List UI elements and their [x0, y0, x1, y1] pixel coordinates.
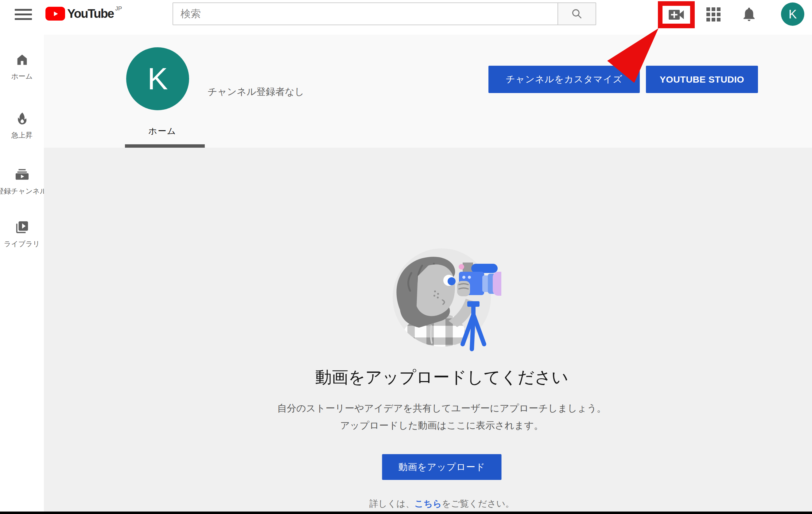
menu-button[interactable] — [15, 9, 32, 20]
upload-video-button[interactable] — [668, 8, 685, 21]
sidebar: ホーム 急上昇 登録チャンネル ライブラリ — [0, 35, 44, 512]
search-icon — [571, 8, 583, 20]
channel-content: 動画をアップロードしてください 自分のストーリーやアイデアを共有してユーザーにア… — [44, 148, 812, 512]
youtube-logo-text: YouTube — [67, 6, 114, 21]
youtube-logo[interactable]: YouTube JP — [46, 6, 122, 21]
customize-channel-button[interactable]: チャンネルをカスタマイズ — [488, 66, 640, 93]
empty-state-description-line1: 自分のストーリーやアイデアを共有してユーザーにアプローチしましょう。 — [277, 402, 606, 415]
youtube-play-icon — [46, 7, 65, 21]
help-text-prefix: 詳しくは、 — [369, 498, 414, 509]
search-bar — [173, 2, 596, 25]
logo-region-label: JP — [115, 5, 122, 11]
empty-state-title: 動画をアップロードしてください — [315, 366, 568, 389]
library-icon — [15, 220, 29, 234]
channel-header: K チャンネル登録者なし チャンネルをカスタマイズ YOUTUBE STUDIO… — [44, 35, 812, 148]
annotation-red-box — [658, 1, 695, 28]
youtube-studio-button[interactable]: YOUTUBE STUDIO — [646, 66, 758, 93]
subscriber-status: チャンネル登録者なし — [207, 85, 304, 98]
sidebar-item-home[interactable]: ホーム — [0, 53, 44, 81]
upload-illustration — [382, 236, 501, 355]
home-icon — [15, 53, 29, 67]
sidebar-item-subscriptions[interactable]: 登録チャンネル — [0, 167, 44, 196]
hamburger-icon — [15, 9, 32, 11]
help-text-suffix: をご覧ください。 — [442, 498, 514, 509]
search-input[interactable] — [173, 2, 558, 25]
youtube-channel-page: YouTube JP — [0, 0, 812, 514]
help-text: 詳しくは、こちらをご覧ください。 — [369, 498, 514, 510]
search-button[interactable] — [557, 2, 596, 25]
bottom-black-bar — [0, 512, 812, 514]
apps-grid-icon — [706, 7, 710, 11]
sidebar-item-trending[interactable]: 急上昇 — [0, 111, 44, 140]
help-link[interactable]: こちら — [414, 498, 442, 509]
apps-grid-button[interactable] — [706, 7, 721, 22]
upload-video-cta-button[interactable]: 動画をアップロード — [382, 454, 502, 480]
video-camera-plus-icon — [668, 8, 685, 21]
topbar: YouTube JP — [0, 0, 812, 35]
channel-avatar: K — [126, 47, 189, 110]
trending-flame-icon — [15, 111, 29, 125]
account-avatar[interactable]: K — [781, 2, 804, 26]
active-tab-indicator — [125, 144, 205, 148]
notifications-button[interactable] — [741, 5, 758, 23]
tab-home[interactable]: ホーム — [148, 125, 176, 137]
bell-icon — [741, 5, 757, 23]
empty-state-description-line2: アップロードした動画はここに表示されます。 — [340, 419, 543, 432]
subscriptions-icon — [15, 167, 29, 181]
sidebar-item-library[interactable]: ライブラリ — [0, 220, 44, 249]
